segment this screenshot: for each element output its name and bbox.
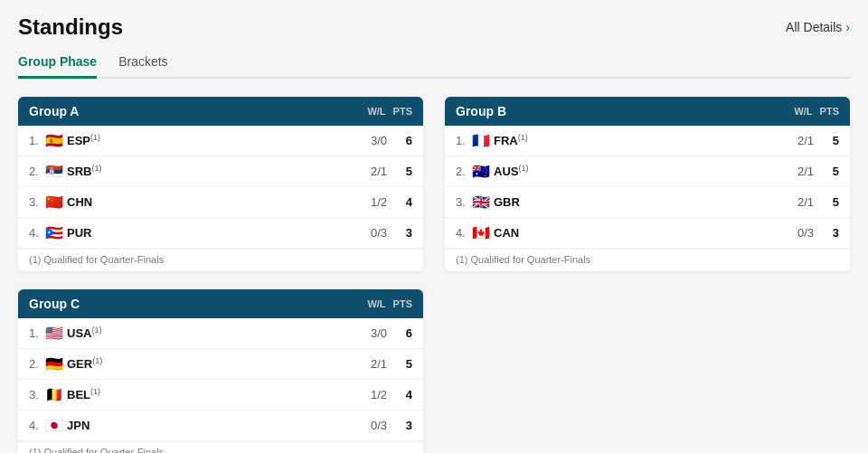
table-row: 2. 🇩🇪 GER(1) 2/1 5	[18, 349, 423, 380]
table-row: 4. 🇵🇷 PUR 0/3 3	[18, 218, 423, 249]
team-code: CHN	[67, 195, 354, 209]
col-pts: PTS	[393, 106, 412, 117]
team-code: AUS(1)	[494, 164, 781, 178]
team-pts: 6	[387, 134, 412, 147]
team-pts: 4	[387, 195, 412, 209]
team-wl: 1/2	[354, 195, 387, 209]
all-details-label: All Details	[786, 20, 842, 34]
group-table-group-c: Group C W/L PTS 1. 🇺🇸 USA(1) 3/0 6 2. 🇩🇪…	[18, 289, 423, 453]
team-rank: 1.	[29, 326, 45, 340]
team-rank: 2.	[456, 165, 472, 178]
group-table-group-a: Group A W/L PTS 1. 🇪🇸 ESP(1) 3/0 6 2. 🇷🇸…	[18, 97, 423, 271]
group-header-group-a: Group A W/L PTS	[18, 97, 423, 126]
tabs-bar: Group Phase Brackets	[18, 47, 850, 79]
team-rank: 4.	[29, 419, 45, 432]
team-wl: 3/0	[354, 326, 387, 340]
table-row: 2. 🇦🇺 AUS(1) 2/1 5	[445, 156, 850, 187]
all-details-link[interactable]: All Details ›	[786, 20, 850, 34]
team-code: CAN	[494, 226, 781, 240]
group-header-group-b: Group B W/L PTS	[445, 97, 850, 126]
col-pts: PTS	[393, 298, 412, 309]
team-flag: 🇯🇵	[45, 417, 63, 434]
team-rank: 3.	[29, 388, 45, 401]
team-flag: 🇦🇺	[472, 163, 490, 180]
team-pts: 6	[387, 326, 412, 340]
table-row: 1. 🇺🇸 USA(1) 3/0 6	[18, 318, 423, 349]
team-flag: 🇪🇸	[45, 132, 63, 149]
team-rank: 1.	[456, 134, 472, 147]
col-pts: PTS	[820, 106, 839, 117]
group-col-headers: W/L PTS	[367, 298, 412, 309]
team-code: GBR	[494, 195, 781, 209]
chevron-right-icon: ›	[845, 20, 850, 34]
team-wl: 0/3	[354, 419, 387, 432]
col-wl: W/L	[367, 298, 385, 309]
team-flag: 🇺🇸	[45, 325, 63, 342]
team-flag: 🇷🇸	[45, 163, 63, 180]
team-wl: 1/2	[354, 388, 387, 401]
team-pts: 3	[814, 226, 839, 240]
page-header: Standings All Details ›	[18, 14, 850, 40]
team-wl: 2/1	[781, 165, 814, 178]
col-wl: W/L	[794, 106, 812, 117]
team-flag: 🇨🇦	[472, 224, 490, 241]
team-code: PUR	[67, 226, 354, 240]
team-flag: 🇧🇪	[45, 386, 63, 403]
team-wl: 0/3	[781, 226, 814, 240]
team-pts: 5	[387, 357, 412, 371]
team-code: GER(1)	[67, 356, 354, 371]
table-row: 3. 🇬🇧 GBR 2/1 5	[445, 187, 850, 218]
team-pts: 5	[814, 165, 839, 178]
team-rank: 3.	[456, 195, 472, 209]
top-groups-row: Group A W/L PTS 1. 🇪🇸 ESP(1) 3/0 6 2. 🇷🇸…	[18, 97, 850, 271]
table-row: 4. 🇨🇦 CAN 0/3 3	[445, 218, 850, 249]
team-wl: 3/0	[354, 134, 387, 147]
team-code: BEL(1)	[67, 387, 354, 401]
team-wl: 2/1	[354, 165, 387, 178]
group-col-headers: W/L PTS	[367, 106, 412, 117]
group-footer: (1) Qualified for Quarter-Finals	[445, 249, 850, 271]
team-code: ESP(1)	[67, 133, 354, 147]
team-wl: 2/1	[354, 357, 387, 371]
team-flag: 🇵🇷	[45, 224, 63, 241]
table-row: 1. 🇫🇷 FRA(1) 2/1 5	[445, 126, 850, 156]
team-wl: 2/1	[781, 134, 814, 147]
col-wl: W/L	[367, 106, 385, 117]
team-code: FRA(1)	[494, 133, 781, 147]
team-flag: 🇫🇷	[472, 132, 490, 149]
team-flag: 🇩🇪	[45, 355, 63, 373]
group-col-headers: W/L PTS	[794, 106, 839, 117]
team-rank: 2.	[29, 165, 45, 178]
table-row: 3. 🇧🇪 BEL(1) 1/2 4	[18, 380, 423, 411]
team-pts: 3	[387, 226, 412, 240]
team-wl: 0/3	[354, 226, 387, 240]
page-title: Standings	[18, 14, 123, 40]
team-flag: 🇨🇳	[45, 193, 63, 211]
team-pts: 3	[387, 419, 412, 432]
tab-brackets[interactable]: Brackets	[118, 47, 167, 79]
table-row: 3. 🇨🇳 CHN 1/2 4	[18, 187, 423, 218]
group-header-group-c: Group C W/L PTS	[18, 289, 423, 318]
tab-group-phase[interactable]: Group Phase	[18, 47, 97, 79]
team-wl: 2/1	[781, 195, 814, 209]
team-code: JPN	[67, 419, 354, 432]
bottom-groups-row: Group C W/L PTS 1. 🇺🇸 USA(1) 3/0 6 2. 🇩🇪…	[18, 289, 850, 453]
team-pts: 5	[814, 134, 839, 147]
team-rank: 1.	[29, 134, 45, 147]
team-rank: 2.	[29, 357, 45, 371]
team-flag: 🇬🇧	[472, 193, 490, 211]
group-name: Group C	[29, 297, 80, 311]
group-footer: (1) Qualified for Quarter-Finals	[18, 249, 423, 271]
group-name: Group A	[29, 104, 79, 118]
team-code: SRB(1)	[67, 164, 354, 178]
group-name: Group B	[456, 104, 506, 118]
table-row: 4. 🇯🇵 JPN 0/3 3	[18, 411, 423, 441]
table-row: 1. 🇪🇸 ESP(1) 3/0 6	[18, 126, 423, 156]
group-footer: (1) Qualified for Quarter-Finals	[18, 441, 423, 453]
team-rank: 4.	[29, 226, 45, 240]
table-row: 2. 🇷🇸 SRB(1) 2/1 5	[18, 156, 423, 187]
team-rank: 3.	[29, 195, 45, 209]
group-table-group-b: Group B W/L PTS 1. 🇫🇷 FRA(1) 2/1 5 2. 🇦🇺…	[445, 97, 850, 271]
empty-placeholder	[445, 289, 850, 453]
team-rank: 4.	[456, 226, 472, 240]
